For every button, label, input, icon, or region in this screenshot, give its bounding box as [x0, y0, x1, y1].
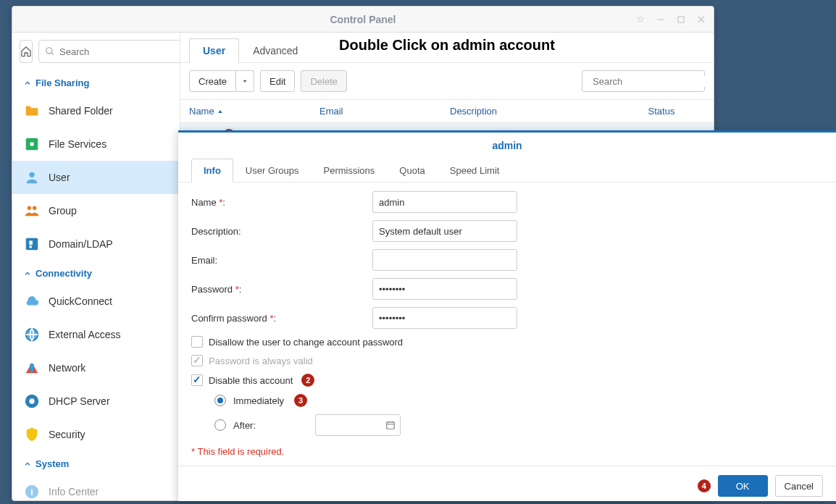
marker-4: 4: [698, 479, 711, 492]
sort-asc-icon: [217, 109, 223, 114]
sidebar-item-quickconnect[interactable]: QuickConnect: [12, 285, 180, 318]
radio-immediately-label: Immediately: [233, 395, 284, 406]
filter-search[interactable]: [582, 70, 705, 92]
disable-account-label: Disable this account: [209, 375, 293, 386]
svg-marker-22: [218, 110, 222, 113]
svg-rect-12: [29, 240, 33, 245]
section-connectivity[interactable]: Connectivity: [12, 261, 180, 285]
tab-quota[interactable]: Quota: [387, 159, 437, 182]
desc-input[interactable]: [372, 220, 517, 242]
sidebar-search[interactable]: [38, 40, 180, 63]
email-label: Email:: [191, 255, 372, 266]
shield-icon: [24, 427, 40, 442]
tab-info[interactable]: Info: [191, 159, 233, 182]
sidebar-item-network[interactable]: Network: [12, 351, 180, 385]
services-icon: [24, 136, 40, 152]
name-input[interactable]: [372, 191, 517, 213]
column-name[interactable]: Name: [189, 106, 319, 117]
svg-point-13: [29, 245, 32, 248]
svg-point-8: [29, 172, 34, 177]
sidebar-item-external-access[interactable]: External Access: [12, 318, 180, 351]
marker-3: 3: [294, 394, 307, 407]
confirm-label: Confirm password *:: [191, 313, 372, 324]
modal-title: admin: [178, 133, 836, 156]
window-title: Control Panel: [330, 14, 396, 25]
maximize-icon[interactable]: [674, 13, 687, 26]
section-system[interactable]: System: [12, 451, 180, 475]
svg-point-18: [29, 398, 34, 403]
sidebar-search-input[interactable]: [59, 46, 180, 57]
sidebar-item-file-services[interactable]: File Services: [12, 127, 180, 161]
chevron-down-icon: [242, 78, 248, 84]
chevron-up-icon: [24, 80, 31, 87]
create-button[interactable]: Create: [189, 70, 236, 92]
radio-after-label: After:: [233, 420, 256, 431]
svg-point-10: [33, 206, 36, 211]
column-email[interactable]: Email: [319, 106, 450, 117]
disallow-label: Disallow the user to change account pass…: [209, 337, 403, 348]
tab-advanced[interactable]: Advanced: [239, 38, 312, 62]
cloud-icon: [24, 293, 40, 309]
sidebar-item-group[interactable]: Group: [12, 194, 180, 227]
sidebar-item-shared-folder[interactable]: Shared Folder: [12, 94, 180, 127]
tab-user-groups[interactable]: User Groups: [233, 159, 312, 182]
user-edit-modal: admin Info User Groups Permissions Quota…: [178, 130, 836, 501]
password-label: Password *:: [191, 284, 372, 295]
chevron-up-icon: [24, 270, 31, 277]
sidebar-item-dhcp[interactable]: DHCP Server: [12, 385, 180, 418]
home-button[interactable]: [20, 40, 33, 63]
column-status[interactable]: Status: [618, 106, 705, 117]
delete-button: Delete: [301, 70, 347, 92]
required-note: * This field is required.: [191, 446, 823, 457]
filter-search-input[interactable]: [593, 76, 714, 87]
svg-point-9: [28, 206, 32, 211]
sidebar-item-user[interactable]: User: [12, 161, 180, 194]
user-icon: [24, 169, 40, 185]
modal-footer: 4 OK Cancel: [178, 466, 836, 504]
tab-speed-limit[interactable]: Speed Limit: [438, 159, 512, 182]
tab-user[interactable]: User: [189, 38, 239, 63]
svg-marker-21: [243, 80, 246, 83]
marker-2: 2: [301, 374, 314, 387]
minimize-icon[interactable]: [654, 13, 667, 26]
ok-button[interactable]: OK: [718, 475, 768, 497]
globe-icon: [24, 327, 40, 343]
edit-button[interactable]: Edit: [260, 70, 295, 92]
search-icon: [45, 46, 55, 56]
password-input[interactable]: [372, 278, 517, 300]
calendar-icon: [385, 420, 396, 430]
modal-tabs: Info User Groups Permissions Quota Speed…: [178, 156, 836, 182]
network-icon: [24, 360, 40, 376]
column-description[interactable]: Description: [450, 106, 618, 117]
group-icon: [24, 203, 40, 219]
close-icon[interactable]: [695, 13, 708, 26]
folder-icon: [24, 103, 40, 119]
svg-rect-1: [678, 17, 684, 22]
instruction-overlay: Double Click on admin account: [339, 37, 555, 54]
sidebar: File Sharing Shared Folder File Services…: [12, 33, 180, 500]
tab-permissions[interactable]: Permissions: [312, 159, 388, 182]
svg-rect-16: [30, 364, 34, 372]
info-icon: i: [24, 484, 40, 500]
radio-immediately[interactable]: [214, 395, 226, 406]
domain-icon: [24, 236, 40, 252]
create-dropdown[interactable]: [236, 70, 254, 92]
svg-text:i: i: [30, 487, 33, 497]
svg-rect-23: [387, 422, 395, 429]
email-input[interactable]: [372, 249, 517, 271]
disallow-checkbox[interactable]: [191, 336, 203, 348]
cancel-button[interactable]: Cancel: [775, 475, 823, 497]
sidebar-item-info-center[interactable]: i Info Center: [12, 475, 180, 500]
pin-icon[interactable]: [634, 13, 647, 26]
desc-label: Description:: [191, 226, 372, 237]
disable-account-checkbox[interactable]: [191, 374, 203, 386]
svg-point-4: [46, 48, 52, 54]
sidebar-item-domain-ldap[interactable]: Domain/LDAP: [12, 227, 180, 261]
confirm-input[interactable]: [372, 307, 517, 329]
svg-line-5: [51, 53, 54, 55]
radio-after[interactable]: [214, 419, 226, 431]
dhcp-icon: [24, 393, 40, 409]
section-file-sharing[interactable]: File Sharing: [12, 70, 180, 94]
sidebar-item-security[interactable]: Security: [12, 418, 180, 451]
after-date-input[interactable]: [315, 414, 401, 436]
